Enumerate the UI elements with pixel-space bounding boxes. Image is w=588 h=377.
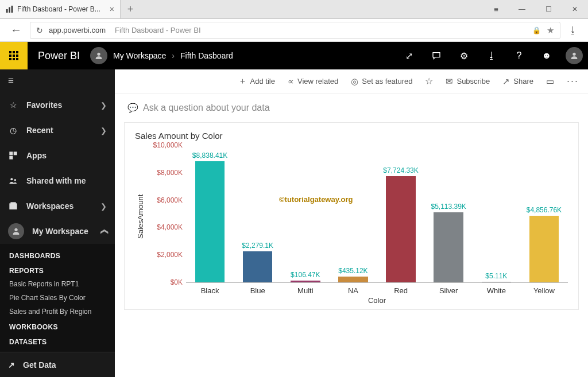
y-tick: $8,000K xyxy=(157,169,183,177)
subscribe-button[interactable]: ✉Subscribe xyxy=(440,69,496,94)
x-tick: Silver xyxy=(425,283,473,295)
sidebar-label: Shared with me xyxy=(26,176,107,185)
bar-column: $7,724.33K xyxy=(377,145,425,282)
help-button[interactable]: ? xyxy=(505,42,533,69)
new-tab-button[interactable]: + xyxy=(121,0,140,18)
fullscreen-button[interactable]: ⤢ xyxy=(395,42,423,69)
bar[interactable] xyxy=(291,281,320,282)
download-icon[interactable]: ⭳ xyxy=(568,25,578,36)
comments-button[interactable] xyxy=(423,42,450,69)
tree-item[interactable]: Pie Chart Sales By Color xyxy=(0,291,115,305)
y-tick: $4,000K xyxy=(157,223,183,231)
settings-button[interactable]: ⚙ xyxy=(450,42,478,69)
data-label: $4,856.76K xyxy=(527,206,562,214)
data-label: $5.11K xyxy=(485,272,507,280)
address-bar: ← ↻ app.powerbi.com Fifth Dasboard - Pow… xyxy=(0,19,588,42)
y-axis-label: SalesAmount xyxy=(135,145,146,287)
chevron-right-icon: ❯ xyxy=(100,101,107,110)
favorite-star-icon[interactable]: ★ xyxy=(547,25,554,36)
apps-icon xyxy=(8,151,18,160)
back-button[interactable]: ← xyxy=(10,24,22,37)
y-tick: $6,000K xyxy=(157,196,183,204)
data-label: $7,724.33K xyxy=(383,166,418,174)
url-box[interactable]: ↻ app.powerbi.com Fifth Dasboard - Power… xyxy=(30,22,560,39)
data-label: $435.12K xyxy=(338,267,368,275)
tree-item[interactable]: Basic Reports in RPT1 xyxy=(0,277,115,291)
data-label: $8,838.41K xyxy=(192,151,227,160)
clock-icon: ◷ xyxy=(8,126,18,135)
download-button[interactable]: ⭳ xyxy=(478,42,505,69)
lock-icon[interactable]: 🔒 xyxy=(532,26,541,34)
add-tile-button[interactable]: ＋Add tile xyxy=(233,69,281,94)
display-icon: ▭ xyxy=(546,76,554,87)
browser-menu-icon[interactable]: ≡ xyxy=(482,0,509,18)
bar-chart: $0K$2,000K$4,000K$6,000K$8,000K$10,000K … xyxy=(146,145,568,305)
share-button[interactable]: ↗Share xyxy=(497,69,539,94)
workspaces-icon xyxy=(8,201,18,211)
get-data-label: Get Data xyxy=(23,360,56,370)
close-window-button[interactable]: ✕ xyxy=(562,0,588,18)
plus-icon: ＋ xyxy=(238,76,247,87)
tree-heading-workbooks[interactable]: WORKBOOKS xyxy=(0,318,115,333)
tab-title: Fifth Dasboard - Power B... xyxy=(17,5,106,13)
svg-rect-0 xyxy=(6,9,8,13)
sidebar-label: Workspaces xyxy=(26,201,92,211)
more-options-button[interactable]: ··· xyxy=(561,69,585,94)
sidebar-item-favorites[interactable]: ☆ Favorites ❯ xyxy=(0,92,115,118)
maximize-button[interactable]: ☐ xyxy=(535,0,562,18)
sidebar-item-my-workspace[interactable]: My Workspace ❯ xyxy=(0,219,115,244)
minimize-button[interactable]: — xyxy=(509,0,535,18)
featured-icon: ◎ xyxy=(351,76,358,87)
data-label: $106.47K xyxy=(291,271,320,279)
refresh-icon[interactable]: ↻ xyxy=(36,26,43,35)
tree-heading-dashboards[interactable]: DASHBOARDS xyxy=(0,247,115,262)
bar[interactable] xyxy=(386,176,416,282)
bar[interactable] xyxy=(482,282,512,282)
x-tick: Red xyxy=(377,283,425,295)
bar[interactable] xyxy=(195,161,225,282)
favorite-button[interactable]: ☆ xyxy=(419,69,439,94)
svg-point-4 xyxy=(572,53,575,56)
set-featured-button[interactable]: ◎Set as featured xyxy=(345,69,418,94)
chart-tile[interactable]: Sales Amount by Color SalesAmount $0K$2,… xyxy=(124,122,579,310)
chevron-up-icon: ❯ xyxy=(99,228,108,235)
browser-tabs: Fifth Dasboard - Power B... × + ≡ — ☐ ✕ xyxy=(0,0,588,19)
chevron-right-icon: ❯ xyxy=(100,126,107,135)
brand-label: Power BI xyxy=(28,50,90,62)
get-data-button[interactable]: ↗ Get Data xyxy=(0,352,115,377)
feedback-button[interactable]: ☻ xyxy=(533,42,560,69)
bar[interactable] xyxy=(529,216,559,282)
sidebar-item-apps[interactable]: Apps xyxy=(0,143,115,168)
tree-item[interactable]: Sales and Profit By Region xyxy=(0,305,115,318)
bar[interactable] xyxy=(243,251,273,282)
tile-title: Sales Amount by Color xyxy=(135,131,568,141)
user-avatar-icon xyxy=(90,47,107,64)
chevron-right-icon: › xyxy=(172,51,175,60)
tree-heading-datasets[interactable]: DATASETS xyxy=(0,333,115,348)
close-tab-icon[interactable]: × xyxy=(110,5,114,14)
star-outline-icon: ☆ xyxy=(425,76,433,87)
qna-input[interactable]: 💬 Ask a question about your data xyxy=(115,94,588,119)
data-label: $5,113.39K xyxy=(431,203,466,211)
breadcrumb-item[interactable]: Fifth Dasboard xyxy=(180,51,233,60)
app-header: Power BI My Workspace › Fifth Dasboard ⤢… xyxy=(0,42,588,69)
profile-button[interactable] xyxy=(560,42,588,69)
bar-column: $4,856.76K xyxy=(520,145,568,282)
bar[interactable] xyxy=(434,212,463,282)
svg-point-8 xyxy=(10,178,13,180)
display-mode-button[interactable]: ▭ xyxy=(540,69,560,94)
svg-rect-5 xyxy=(10,152,13,155)
url-title: Fifth Dasboard - Power BI xyxy=(115,26,527,34)
sidebar-item-recent[interactable]: ◷ Recent ❯ xyxy=(0,118,115,143)
hamburger-button[interactable]: ≡ xyxy=(0,69,115,92)
browser-tab[interactable]: Fifth Dasboard - Power B... × xyxy=(0,0,121,18)
x-tick: Yellow xyxy=(520,283,568,295)
sidebar-item-workspaces[interactable]: Workspaces ❯ xyxy=(0,193,115,219)
view-related-button[interactable]: ∝View related xyxy=(282,69,344,94)
sidebar-item-shared[interactable]: Shared with me xyxy=(0,168,115,193)
app-launcher-button[interactable] xyxy=(0,42,28,69)
breadcrumb-item[interactable]: My Workspace xyxy=(113,51,166,60)
bar[interactable] xyxy=(338,277,368,282)
tree-heading-reports[interactable]: REPORTS xyxy=(0,262,115,277)
shared-icon xyxy=(8,176,18,185)
